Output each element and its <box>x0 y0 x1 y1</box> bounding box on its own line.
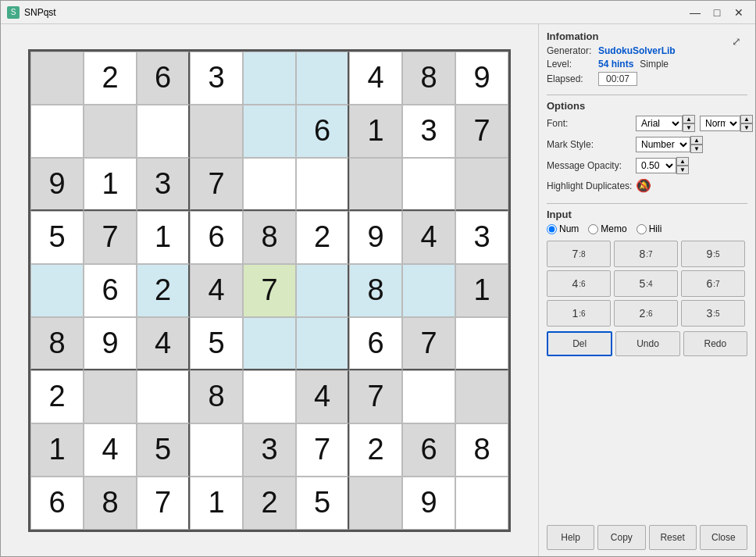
sudoku-cell[interactable] <box>402 370 455 423</box>
sudoku-cell[interactable] <box>296 317 349 370</box>
sudoku-cell[interactable] <box>84 105 137 158</box>
sudoku-cell[interactable] <box>455 317 508 370</box>
sudoku-cell[interactable]: 7 <box>190 158 243 211</box>
sudoku-cell[interactable] <box>243 105 296 158</box>
sudoku-cell[interactable] <box>455 370 508 423</box>
sudoku-cell[interactable]: 4 <box>402 211 455 264</box>
sudoku-cell[interactable]: 6 <box>137 52 190 105</box>
sudoku-cell[interactable]: 2 <box>30 370 84 423</box>
sudoku-cell[interactable]: 1 <box>455 264 508 317</box>
sudoku-cell[interactable]: 4 <box>296 370 349 423</box>
sudoku-cell[interactable]: 9 <box>30 158 84 211</box>
font-style-spin-down[interactable]: ▼ <box>740 123 753 132</box>
sudoku-cell[interactable]: 5 <box>190 317 243 370</box>
msg-opacity-spin-down[interactable]: ▼ <box>676 166 689 174</box>
number-button[interactable]: 8:7 <box>614 241 678 267</box>
sudoku-cell[interactable]: 6 <box>402 423 455 477</box>
sudoku-cell[interactable]: 8 <box>402 52 455 105</box>
font-style-select[interactable]: Norma <box>700 116 740 131</box>
num-radio[interactable] <box>547 224 557 234</box>
undo-button[interactable]: Undo <box>615 331 679 356</box>
hili-radio-option[interactable]: Hili <box>637 223 662 234</box>
sudoku-cell[interactable]: 2 <box>243 477 296 530</box>
sudoku-cell[interactable] <box>349 477 402 530</box>
close-button[interactable]: Close <box>700 525 747 550</box>
sudoku-cell[interactable]: 9 <box>455 52 508 105</box>
num-radio-option[interactable]: Num <box>547 223 579 234</box>
sudoku-cell[interactable] <box>455 477 508 530</box>
sudoku-cell[interactable]: 8 <box>190 370 243 423</box>
msg-opacity-spin-up[interactable]: ▲ <box>676 157 689 166</box>
sudoku-cell[interactable]: 5 <box>30 211 84 264</box>
sudoku-cell[interactable]: 7 <box>137 477 190 530</box>
sudoku-cell[interactable]: 7 <box>243 264 296 317</box>
sudoku-cell[interactable]: 4 <box>349 52 402 105</box>
maximize-button[interactable]: □ <box>707 4 727 21</box>
font-spin-up[interactable]: ▲ <box>683 115 695 123</box>
number-button[interactable]: 2:6 <box>614 300 678 327</box>
number-button[interactable]: 6:7 <box>681 270 745 297</box>
sudoku-cell[interactable]: 4 <box>84 423 137 477</box>
sudoku-cell[interactable]: 6 <box>190 211 243 264</box>
help-button[interactable]: Help <box>547 525 594 550</box>
sudoku-cell[interactable]: 7 <box>402 317 455 370</box>
sudoku-cell[interactable] <box>243 52 296 105</box>
sudoku-cell[interactable]: 4 <box>190 264 243 317</box>
number-button[interactable]: 1:6 <box>547 300 611 327</box>
number-button[interactable]: 5:4 <box>614 270 678 297</box>
mark-style-select[interactable]: Number <box>636 137 690 152</box>
font-select[interactable]: Arial <box>636 116 683 131</box>
sudoku-cell[interactable]: 1 <box>30 423 84 477</box>
sudoku-cell[interactable]: 6 <box>296 105 349 158</box>
font-spin-down[interactable]: ▼ <box>683 123 695 132</box>
sudoku-cell[interactable]: 2 <box>137 264 190 317</box>
minimize-button[interactable]: — <box>685 4 705 21</box>
sudoku-cell[interactable]: 3 <box>190 52 243 105</box>
redo-button[interactable]: Redo <box>683 331 747 356</box>
sudoku-cell[interactable]: 3 <box>455 211 508 264</box>
sudoku-cell[interactable]: 2 <box>349 423 402 477</box>
hili-radio[interactable] <box>637 224 647 234</box>
sudoku-cell[interactable] <box>84 370 137 423</box>
number-button[interactable]: 3:5 <box>681 300 745 327</box>
sudoku-cell[interactable] <box>349 158 402 211</box>
sudoku-cell[interactable] <box>30 264 84 317</box>
sudoku-cell[interactable] <box>190 105 243 158</box>
sudoku-cell[interactable] <box>243 158 296 211</box>
sudoku-cell[interactable] <box>137 105 190 158</box>
sudoku-cell[interactable]: 2 <box>296 211 349 264</box>
sudoku-cell[interactable]: 1 <box>137 211 190 264</box>
sudoku-cell[interactable]: 3 <box>243 423 296 477</box>
font-style-spin-up[interactable]: ▲ <box>740 115 753 123</box>
message-opacity-select[interactable]: 0.50 <box>636 158 676 173</box>
sudoku-cell[interactable]: 7 <box>455 105 508 158</box>
sudoku-cell[interactable] <box>190 423 243 477</box>
sudoku-cell[interactable]: 6 <box>30 477 84 530</box>
sudoku-cell[interactable]: 8 <box>84 477 137 530</box>
sudoku-cell[interactable]: 5 <box>137 423 190 477</box>
sudoku-cell[interactable]: 2 <box>84 52 137 105</box>
sudoku-cell[interactable] <box>296 158 349 211</box>
sudoku-cell[interactable]: 4 <box>137 317 190 370</box>
sudoku-cell[interactable]: 6 <box>349 317 402 370</box>
sudoku-cell[interactable]: 7 <box>296 423 349 477</box>
sudoku-cell[interactable]: 8 <box>243 211 296 264</box>
sudoku-cell[interactable]: 5 <box>296 477 349 530</box>
sudoku-cell[interactable] <box>402 158 455 211</box>
mark-style-spin-up[interactable]: ▲ <box>690 136 703 145</box>
sudoku-cell[interactable] <box>243 317 296 370</box>
sudoku-cell[interactable] <box>296 264 349 317</box>
number-button[interactable]: 4:6 <box>547 270 611 297</box>
sudoku-cell[interactable]: 9 <box>349 211 402 264</box>
sudoku-cell[interactable]: 3 <box>402 105 455 158</box>
sudoku-cell[interactable]: 9 <box>84 317 137 370</box>
sudoku-cell[interactable] <box>296 52 349 105</box>
expand-icon[interactable]: ⤢ <box>732 35 741 48</box>
memo-radio[interactable] <box>588 224 598 234</box>
number-button[interactable]: 9:5 <box>681 241 745 267</box>
sudoku-cell[interactable]: 1 <box>190 477 243 530</box>
sudoku-cell[interactable] <box>402 264 455 317</box>
sudoku-cell[interactable]: 8 <box>30 317 84 370</box>
sudoku-cell[interactable] <box>243 370 296 423</box>
sudoku-cell[interactable]: 8 <box>349 264 402 317</box>
